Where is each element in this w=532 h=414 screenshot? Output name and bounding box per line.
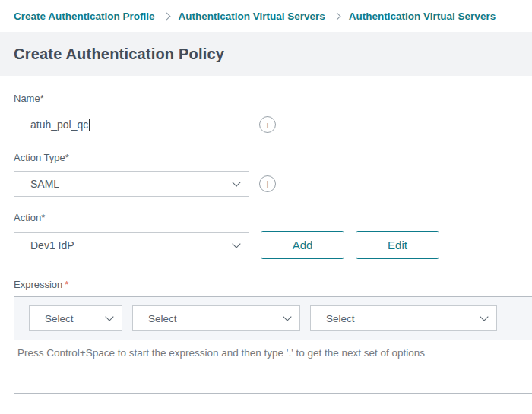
action-label: Action*: [14, 212, 532, 223]
chevron-down-icon: [105, 312, 113, 321]
breadcrumb: Create Authentication Profile Authentica…: [0, 0, 532, 32]
name-input-value: atuh_pol_qc: [30, 119, 88, 131]
expression-toolbar: Select Select Select: [14, 297, 532, 340]
action-type-label: Action Type*: [14, 152, 532, 163]
expression-select-1-value: Select: [45, 313, 74, 324]
chevron-down-icon: [232, 239, 240, 248]
create-authentication-policy-form: Name* atuh_pol_qc i Action Type* SAML i …: [0, 93, 532, 394]
breadcrumb-link-authentication-virtual-servers-2[interactable]: Authentication Virtual Servers: [349, 11, 496, 22]
expression-editor-placeholder: Press Control+Space to start the express…: [17, 347, 425, 359]
expression-select-1[interactable]: Select: [29, 305, 122, 331]
name-label: Name*: [14, 93, 532, 104]
chevron-right-icon: [163, 12, 170, 20]
action-type-row: SAML i: [14, 171, 532, 197]
expression-select-3-value: Select: [326, 313, 355, 324]
chevron-down-icon: [283, 312, 291, 321]
info-icon[interactable]: i: [259, 175, 276, 192]
required-asterisk: *: [65, 279, 68, 290]
chevron-right-icon: [333, 12, 340, 20]
expression-builder: Select Select Select Press Control+Space…: [14, 296, 532, 394]
action-type-select[interactable]: SAML: [14, 171, 249, 197]
page-title: Create Authentication Policy: [14, 46, 224, 63]
page-header: Create Authentication Policy: [0, 32, 532, 76]
action-row: Dev1 IdP Add Edit: [14, 231, 532, 259]
chevron-down-icon: [232, 178, 240, 186]
info-icon-glyph: i: [267, 119, 269, 131]
expression-editor[interactable]: Press Control+Space to start the express…: [14, 340, 532, 393]
chevron-down-icon: [480, 312, 488, 321]
expression-select-2-value: Select: [148, 313, 177, 324]
info-icon-glyph: i: [267, 179, 269, 190]
edit-button[interactable]: Edit: [356, 231, 439, 259]
expression-label: Expression*: [14, 279, 532, 290]
action-type-selected-value: SAML: [30, 178, 59, 190]
action-select[interactable]: Dev1 IdP: [14, 232, 249, 258]
breadcrumb-link-create-authentication-profile[interactable]: Create Authentication Profile: [14, 11, 155, 22]
action-selected-value: Dev1 IdP: [30, 239, 74, 251]
info-icon[interactable]: i: [259, 116, 276, 133]
text-caret: [89, 119, 90, 131]
expression-select-3[interactable]: Select: [310, 305, 497, 331]
add-button[interactable]: Add: [261, 231, 344, 259]
name-input[interactable]: atuh_pol_qc: [14, 112, 249, 137]
breadcrumb-link-authentication-virtual-servers[interactable]: Authentication Virtual Servers: [179, 11, 325, 22]
expression-select-2[interactable]: Select: [132, 305, 300, 331]
name-row: atuh_pol_qc i: [14, 112, 532, 137]
expression-label-text: Expression: [14, 279, 62, 290]
